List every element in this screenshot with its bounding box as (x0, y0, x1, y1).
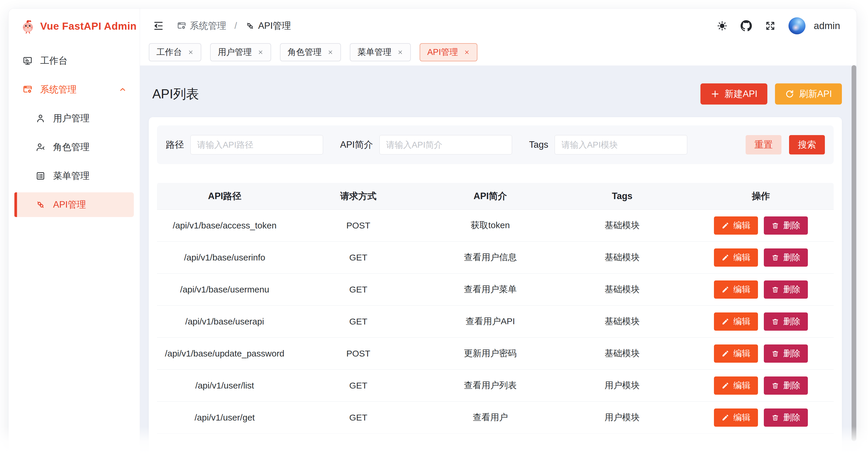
edit-button[interactable]: 编辑 (714, 312, 758, 331)
edit-button[interactable]: 编辑 (714, 344, 758, 363)
col-tags: Tags (556, 183, 688, 209)
close-icon[interactable] (258, 49, 264, 55)
breadcrumb-label: API管理 (258, 20, 291, 32)
pencil-icon (721, 414, 729, 421)
table-row: /api/v1/user/list GET 查看用户列表 用户模块 编辑 删除 (157, 369, 834, 401)
create-api-button[interactable]: 新建API (701, 83, 767, 105)
table-row: /api/v1/base/usermenu GET 查看用户菜单 基础模块 编辑… (157, 274, 834, 305)
delete-button[interactable]: 删除 (764, 280, 808, 299)
table-row: /api/v1/user/get GET 查看用户 用户模块 编辑 删除 (157, 401, 834, 433)
edit-button[interactable]: 编辑 (714, 376, 758, 395)
sidebar-item-api[interactable]: API管理 (14, 192, 134, 217)
api-plug-icon (35, 200, 45, 210)
cell-method: GET (292, 242, 424, 274)
close-icon[interactable] (397, 49, 403, 55)
table-row: /api/v1/base/update_password POST 更新用户密码… (157, 337, 834, 369)
page: Vue FastAPI Admin 工作台 系统管理 用户管理 (0, 0, 868, 454)
trash-icon (771, 286, 779, 293)
pencil-icon (721, 318, 729, 325)
api-plug-icon (245, 21, 255, 31)
close-icon[interactable] (188, 49, 194, 55)
pencil-icon (721, 254, 729, 261)
sidebar-item-menus[interactable]: 菜单管理 (14, 164, 134, 188)
reset-button[interactable]: 重置 (746, 135, 781, 154)
user-icon (35, 113, 45, 123)
col-method: 请求方式 (292, 183, 424, 209)
cell-actions: 编辑 删除 (688, 305, 834, 337)
cell-actions: 编辑 删除 (688, 209, 834, 242)
delete-button[interactable]: 删除 (764, 408, 808, 427)
tab-users[interactable]: 用户管理 (210, 43, 271, 61)
edit-button[interactable]: 编辑 (714, 249, 758, 267)
cell-method: GET (292, 369, 424, 401)
tab-label: API管理 (427, 47, 458, 58)
search-button[interactable]: 搜索 (789, 135, 825, 154)
edit-button[interactable]: 编辑 (714, 280, 758, 299)
sidebar-item-workbench[interactable]: 工作台 (14, 49, 134, 73)
logo-title: Vue FastAPI Admin (40, 20, 137, 32)
sidebar-fold-icon[interactable] (153, 20, 164, 31)
logo[interactable]: Vue FastAPI Admin (8, 8, 140, 41)
tab-workbench[interactable]: 工作台 (149, 43, 201, 61)
page-title: API列表 (152, 85, 199, 103)
edit-button[interactable]: 编辑 (714, 408, 758, 427)
sidebar-item-system[interactable]: 系统管理 (14, 77, 134, 102)
cell-actions: 编辑 删除 (688, 369, 834, 401)
monitor-icon (23, 56, 33, 66)
tab-label: 工作台 (156, 47, 182, 58)
close-icon[interactable] (328, 49, 333, 55)
api-list-card: 路径 API简介 Tags 重置 搜索 (149, 117, 842, 454)
sidebar-item-users[interactable]: 用户管理 (14, 106, 134, 131)
cell-tags: 用户模块 (556, 401, 688, 433)
sidebar-item-label: 系统管理 (40, 83, 111, 96)
cell-tags: 基础模块 (556, 305, 688, 337)
cell-actions: 编辑 删除 (688, 401, 834, 433)
scrollbar-thumb[interactable] (851, 65, 856, 441)
cell-summary: 查看用户API (424, 305, 556, 337)
tab-api[interactable]: API管理 (420, 43, 477, 61)
refresh-icon (785, 89, 794, 99)
tab-roles[interactable]: 角色管理 (280, 43, 341, 61)
tab-label: 用户管理 (218, 47, 252, 58)
breadcrumb-system[interactable]: 系统管理 (177, 20, 226, 32)
sidebar-item-label: 工作台 (40, 55, 127, 67)
pencil-icon (721, 350, 729, 358)
edit-button[interactable]: 编辑 (714, 217, 758, 235)
table-header-row: API路径 请求方式 API简介 Tags 操作 (157, 183, 834, 209)
cell-path: /api/v1/user/list (157, 369, 292, 401)
theme-sun-icon[interactable] (717, 21, 727, 31)
delete-button[interactable]: 删除 (764, 249, 808, 267)
refresh-api-button[interactable]: 刷新API (775, 83, 842, 105)
tab-menus[interactable]: 菜单管理 (350, 43, 411, 61)
sidebar-item-label: 菜单管理 (53, 170, 127, 182)
delete-button[interactable]: 删除 (764, 217, 808, 235)
tags-filter-input[interactable] (555, 135, 687, 154)
system-gear-icon (177, 21, 186, 31)
sidebar-item-roles[interactable]: 角色管理 (14, 135, 134, 160)
tabbar: 工作台 用户管理 角色管理 菜单管理 API管理 (140, 43, 857, 65)
fullscreen-icon[interactable] (765, 21, 776, 31)
cell-tags: 用户模块 (556, 369, 688, 401)
cell-summary: 查看用户信息 (424, 242, 556, 274)
cell-tags: 基础模块 (556, 209, 688, 242)
trash-icon (771, 222, 779, 229)
sidebar-item-label: 用户管理 (53, 112, 127, 124)
path-filter-input[interactable] (190, 135, 323, 154)
delete-button[interactable]: 删除 (764, 312, 808, 331)
summary-filter-label: API简介 (340, 139, 373, 151)
delete-button[interactable]: 删除 (764, 376, 808, 395)
cell-method: POST (292, 337, 424, 369)
scrollbar[interactable] (851, 65, 856, 454)
username[interactable]: admin (814, 20, 840, 31)
filterbar: 路径 API简介 Tags 重置 搜索 (157, 125, 834, 164)
cell-path: /api/v1/base/access_token (157, 209, 292, 242)
summary-filter-input[interactable] (379, 135, 512, 154)
github-icon[interactable] (740, 20, 752, 32)
delete-button[interactable]: 删除 (764, 344, 808, 363)
topbar: 系统管理 / API管理 (140, 8, 857, 43)
pencil-icon (721, 222, 729, 229)
avatar[interactable] (788, 17, 806, 34)
breadcrumb-api[interactable]: API管理 (245, 20, 291, 32)
tab-label: 角色管理 (287, 47, 321, 58)
close-icon[interactable] (464, 49, 470, 55)
